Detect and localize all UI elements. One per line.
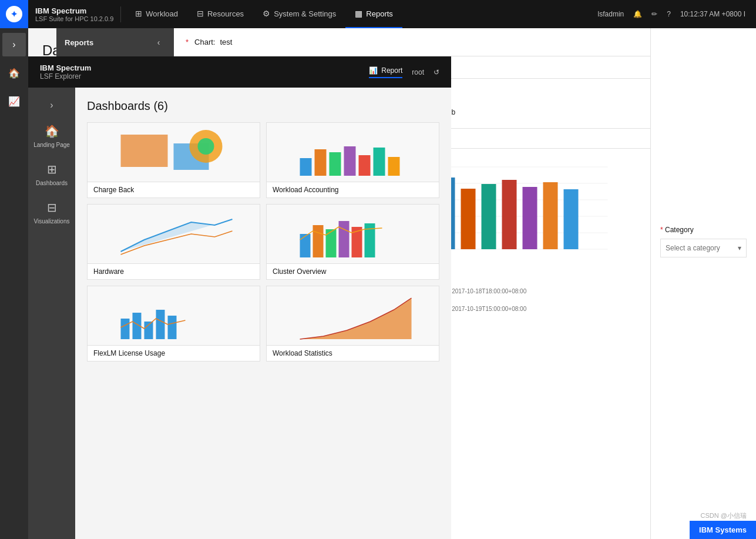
content-area: Dashboards (7) ⊕ New 🗑 Delete (28, 28, 756, 539)
lsf-collapse-btn[interactable]: › (31, 95, 73, 116)
visualizations-icon: ⊟ (47, 200, 57, 215)
svg-point-66 (198, 138, 214, 155)
reports-title: Reports (65, 38, 93, 47)
lsf-nav-landing[interactable]: 🏠 Landing Page (31, 118, 73, 154)
lsf-report-tab[interactable]: 📊 Report (369, 66, 402, 78)
required-star: * (186, 38, 189, 46)
dashboards-nav-icon: ⊞ (47, 162, 57, 176)
visualizations-label: Visualizations (34, 218, 70, 225)
svg-rect-77 (339, 221, 350, 257)
nav-workload-label: Workload (146, 9, 178, 18)
lsf-card-label: Workload Accounting (267, 182, 439, 197)
sidebar-collapse-btn[interactable]: ‹ (152, 35, 166, 49)
lsf-card-preview (267, 123, 439, 182)
lsf-card-label: Hardware (88, 263, 260, 279)
svg-rect-55 (543, 182, 558, 249)
chart-name-value: test (220, 38, 232, 46)
lsf-card-preview (267, 205, 439, 263)
cat-required-star: * (660, 226, 663, 234)
brand-sub: LSF Suite for HPC 10.2.0.9 (35, 15, 113, 22)
lsf-card-flexlm[interactable]: FlexLM License Usage (87, 286, 260, 361)
sidebar-chart-icon[interactable]: 📈 (2, 89, 26, 113)
nav-resources[interactable]: ⊟ Resources (187, 0, 253, 28)
reports-sidebar-header: Reports ‹ (56, 28, 174, 57)
report-tab-label: Report (381, 66, 402, 75)
category-select[interactable]: Select a category ▾ (660, 239, 747, 257)
nav-system-settings[interactable]: ⚙ System & Settings (253, 0, 345, 28)
nav-resources-label: Resources (207, 9, 244, 18)
lsf-sidebar: › 🏠 Landing Page ⊞ Dashboards ⊟ Visualiz… (28, 88, 75, 539)
lsf-card-label: Charge Back (88, 182, 260, 197)
sidebar-expand-btn[interactable]: › (2, 33, 26, 56)
category-panel: * Category Select a category ▾ (650, 28, 756, 539)
svg-rect-69 (330, 152, 341, 176)
svg-rect-56 (564, 189, 579, 249)
lsf-card-preview (88, 123, 260, 182)
category-placeholder: Select a category (666, 244, 720, 252)
svg-rect-82 (145, 322, 153, 339)
chart-panel-header: * Chart: test (174, 28, 650, 56)
lsf-header: IBM Spectrum LSF Explorer 📊 Report root … (28, 56, 451, 88)
help-icon[interactable]: ? (663, 10, 674, 18)
lsf-card-chart (267, 286, 439, 345)
sidebar-landing-icon[interactable]: 🏠 (2, 61, 26, 85)
svg-rect-71 (359, 155, 371, 176)
user-menu[interactable]: lsfadmin (594, 10, 628, 18)
lsf-card-preview (267, 286, 439, 345)
svg-rect-54 (523, 187, 537, 249)
lsf-user[interactable]: root (412, 68, 424, 76)
lsf-header-right: 📊 Report root ↺ (369, 66, 439, 78)
landing-icon: 🏠 (45, 124, 59, 138)
lsf-nav-visualizations[interactable]: ⊟ Visualizations (31, 195, 73, 230)
lsf-card-preview (88, 286, 260, 345)
svg-rect-83 (156, 310, 165, 339)
nav-items: ⊞ Workload ⊟ Resources ⚙ System & Settin… (121, 0, 587, 28)
reports-icon: ▦ (355, 9, 362, 18)
lsf-nav-dashboards[interactable]: ⊞ Dashboards (31, 156, 73, 192)
dashboards-nav-label: Dashboards (36, 180, 68, 186)
nav-workload[interactable]: ⊞ Workload (126, 0, 187, 28)
report-icon: 📊 (369, 66, 378, 75)
svg-rect-75 (313, 225, 324, 257)
lsf-card-label: Cluster Overview (267, 263, 439, 279)
legend-item-11: 2017-10-19T15:00:00+08:00 (445, 306, 526, 312)
lsf-card-cluster-overview[interactable]: Cluster Overview (266, 204, 439, 280)
time-display: 10:12:37 AM +0800 I (677, 10, 749, 18)
lsf-card-workload-accounting[interactable]: Workload Accounting (266, 122, 439, 198)
ibm-systems-label: IBM Systems (699, 525, 747, 534)
lsf-card-chart (88, 123, 260, 182)
logo-icon: ✦ (6, 6, 22, 22)
lsf-main-content: Dashboards (6) (75, 88, 451, 539)
nav-reports[interactable]: ▦ Reports (345, 0, 402, 28)
lsf-page-title: Dashboards (6) (87, 99, 439, 113)
chart-label: Chart: (194, 38, 215, 46)
svg-rect-74 (300, 234, 311, 257)
landing-label: Landing Page (33, 142, 70, 148)
lsf-body: › 🏠 Landing Page ⊞ Dashboards ⊟ Visualiz… (28, 88, 451, 539)
svg-rect-73 (388, 157, 400, 176)
category-label: * Category (660, 226, 747, 234)
nav-right: lsfadmin 🔔 ✏ ? 10:12:37 AM +0800 I (587, 10, 756, 18)
notification-icon[interactable]: 🔔 (630, 10, 646, 18)
edit-icon[interactable]: ✏ (648, 10, 661, 18)
lsf-card-workload-statistics[interactable]: Workload Statistics (266, 286, 439, 361)
svg-rect-67 (300, 158, 312, 176)
logo[interactable]: ✦ (0, 0, 28, 28)
lsf-card-preview (88, 205, 260, 263)
lsf-card-charge-back[interactable]: Charge Back (87, 122, 260, 198)
lsf-card-chart (267, 205, 439, 263)
lsf-card-hardware[interactable]: Hardware (87, 204, 260, 280)
sidebar-icons: › 🏠 📈 (0, 28, 28, 539)
top-nav: ✦ IBM Spectrum LSF Suite for HPC 10.2.0.… (0, 0, 756, 28)
lsf-brand: IBM Spectrum LSF Explorer (40, 63, 91, 81)
lsf-refresh-icon[interactable]: ↺ (434, 68, 439, 76)
workload-icon: ⊞ (135, 9, 142, 18)
lsf-dashboard-grid: Charge Back (87, 122, 439, 361)
settings-icon: ⚙ (263, 9, 270, 18)
legend-label-4: 2017-10-18T18:00:00+08:00 (452, 288, 526, 294)
svg-rect-84 (168, 316, 177, 339)
nav-settings-label: System & Settings (274, 9, 336, 18)
lsf-card-chart (88, 205, 260, 263)
legend-item-4: 2017-10-18T18:00:00+08:00 (445, 288, 526, 294)
category-chevron: ▾ (738, 244, 741, 252)
